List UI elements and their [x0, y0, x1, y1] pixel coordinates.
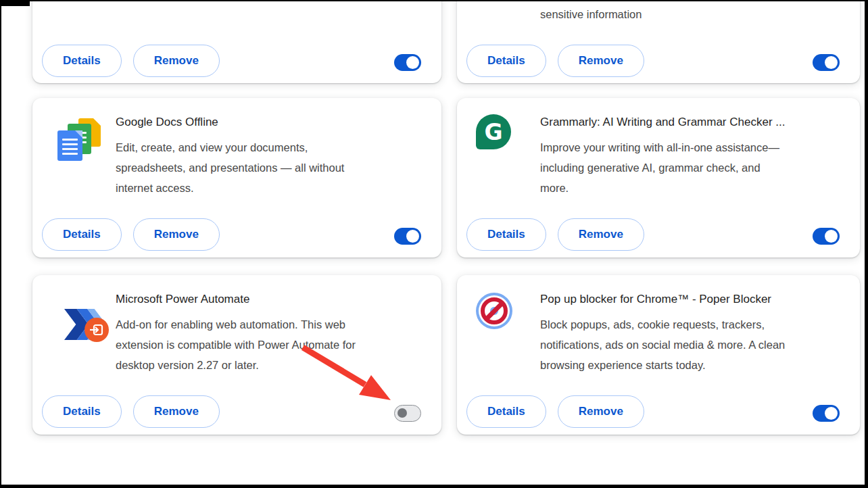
- open-in-badge-icon: [85, 318, 109, 342]
- extension-card-unknown-extension-top-left: DetailsRemove: [32, 0, 441, 83]
- remove-button[interactable]: Remove: [558, 395, 644, 428]
- description-line: extension is compatible with Power Autom…: [116, 335, 435, 355]
- card-actions: DetailsRemove: [466, 45, 644, 77]
- extension-card-google-docs-offline: Google Docs OfflineEdit, create, and vie…: [32, 98, 441, 258]
- screenshot-border-left: [0, 0, 1, 488]
- remove-button[interactable]: Remove: [558, 218, 644, 251]
- details-button[interactable]: Details: [466, 218, 546, 251]
- grammarly-icon: G: [476, 114, 511, 149]
- extension-card-grammarly: GGrammarly: AI Writing and Grammar Check…: [457, 98, 860, 258]
- extension-enabled-toggle[interactable]: [813, 405, 840, 422]
- remove-button[interactable]: Remove: [558, 45, 644, 77]
- toggle-knob: [397, 408, 407, 418]
- screenshot-border-notch: [0, 0, 30, 6]
- description-line: notifications, ads on social media & mor…: [540, 335, 853, 355]
- extension-title: Google Docs Offline: [116, 116, 433, 129]
- extension-description: Block popups, ads, cookie requests, trac…: [540, 314, 853, 375]
- description-line: Improve your writing with all-in-one ass…: [540, 137, 853, 157]
- card-actions: DetailsRemove: [42, 45, 220, 77]
- extension-title: Grammarly: AI Writing and Grammar Checke…: [540, 116, 852, 129]
- description-line: spreadsheets, and presentations — all wi…: [116, 157, 435, 178]
- extension-enabled-toggle[interactable]: [813, 54, 840, 71]
- description-line: Add-on for enabling web automation. This…: [116, 314, 435, 335]
- extension-enabled-toggle[interactable]: [394, 405, 421, 422]
- details-button[interactable]: Details: [42, 218, 122, 251]
- screenshot-border-top: [0, 0, 868, 1]
- card-actions: DetailsRemove: [466, 218, 644, 251]
- toggle-knob: [406, 56, 419, 69]
- extension-description: your payments, passwords, (privacy),sens…: [540, 0, 853, 24]
- extension-description: Add-on for enabling web automation. This…: [116, 314, 435, 375]
- extension-card-microsoft-power-automate: Microsoft Power AutomateAdd-on for enabl…: [32, 275, 441, 435]
- screenshot-border-right: [865, 0, 868, 488]
- card-actions: DetailsRemove: [466, 395, 644, 428]
- toggle-knob: [825, 230, 838, 243]
- toggle-knob: [406, 230, 419, 243]
- remove-button[interactable]: Remove: [133, 395, 220, 428]
- details-button[interactable]: Details: [42, 45, 122, 77]
- poper-blocker-icon: [476, 293, 512, 329]
- details-button[interactable]: Details: [466, 395, 546, 428]
- power-automate-icon: [64, 306, 109, 343]
- description-line: browsing experience starts today.: [540, 355, 853, 375]
- extension-card-unknown-extension-top-right: your payments, passwords, (privacy),sens…: [457, 0, 860, 83]
- extension-description: Improve your writing with all-in-one ass…: [540, 137, 853, 198]
- details-button[interactable]: Details: [466, 45, 546, 77]
- chrome-extensions-page: DetailsRemoveyour payments, passwords, (…: [0, 0, 868, 488]
- extension-enabled-toggle[interactable]: [394, 228, 421, 245]
- description-line: internet access.: [116, 178, 435, 198]
- extension-card-poper-blocker: Pop up blocker for Chrome™ - Poper Block…: [457, 275, 860, 435]
- toggle-knob: [825, 407, 838, 420]
- card-actions: DetailsRemove: [42, 395, 220, 428]
- extension-title: Microsoft Power Automate: [116, 293, 433, 306]
- blue-doc-shape: [57, 130, 82, 161]
- extension-title: Pop up blocker for Chrome™ - Poper Block…: [540, 293, 852, 306]
- details-button[interactable]: Details: [42, 395, 122, 428]
- card-actions: DetailsRemove: [42, 218, 220, 251]
- description-line: more.: [540, 178, 853, 198]
- description-line: Block popups, ads, cookie requests, trac…: [540, 314, 853, 335]
- description-line: including generative AI, grammar check, …: [540, 157, 853, 178]
- google-docs-offline-icon: [57, 118, 103, 161]
- toggle-knob: [825, 56, 838, 69]
- remove-button[interactable]: Remove: [133, 218, 220, 251]
- extension-enabled-toggle[interactable]: [394, 54, 421, 71]
- remove-button[interactable]: Remove: [133, 45, 220, 77]
- description-line: Edit, create, and view your documents,: [116, 137, 435, 157]
- screenshot-border-bottom: [0, 485, 868, 488]
- description-line: desktop version 2.27 or later.: [116, 355, 435, 375]
- extension-enabled-toggle[interactable]: [813, 228, 840, 245]
- description-line: sensitive information: [540, 4, 853, 24]
- extension-description: Edit, create, and view your documents,sp…: [116, 137, 435, 198]
